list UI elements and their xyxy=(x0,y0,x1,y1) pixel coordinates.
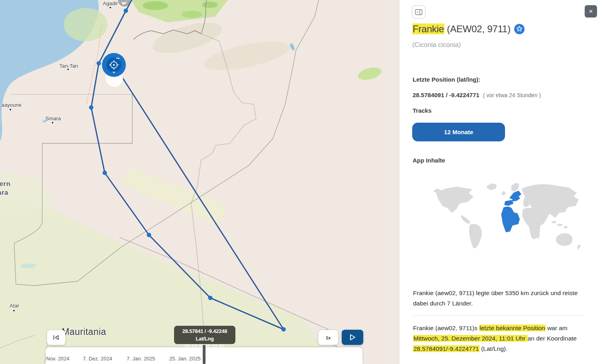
details-paragraph: Frankie (aew02, 9711)s letzte bekannte P… xyxy=(413,323,581,354)
city-dot-smara xyxy=(52,122,53,123)
tracks-12-months-button[interactable]: 12 Monate xyxy=(412,123,505,141)
panel-expand-icon xyxy=(415,9,423,16)
timeline-tick: 25. Jan. 2025 xyxy=(169,356,201,362)
animal-id: (AEW02, 9711) xyxy=(447,23,511,34)
panel-expand-button[interactable] xyxy=(412,5,425,19)
region-label-sahara: Sahara xyxy=(0,189,8,197)
place-label-smara: Smara xyxy=(45,115,61,121)
paragraph-divider xyxy=(412,315,585,316)
app-window: Agadir Tan-Tan Laayoune Smara Western Sa… xyxy=(0,0,603,364)
map-canvas[interactable]: Agadir Tan-Tan Laayoune Smara Western Sa… xyxy=(0,0,399,364)
skip-to-start-button[interactable] xyxy=(47,330,65,345)
place-label-laayoune: Laayoune xyxy=(0,102,22,108)
play-button[interactable] xyxy=(342,330,363,345)
tooltip-coordinates: 28.57841 / -9.42248 Lat/Lng xyxy=(174,327,235,342)
playback-speed-button[interactable]: 1x xyxy=(318,330,338,345)
city-dot-tan-tan xyxy=(67,68,69,70)
last-position-row: 28.5784091 / -9.4224771( vor etwa 24 Stu… xyxy=(413,92,541,98)
world-map-thumbnail xyxy=(429,180,584,258)
animal-title: Frankie (AEW02, 9711) xyxy=(412,23,525,35)
place-label-tan-tan: Tan-Tan xyxy=(59,63,78,69)
animal-name: Frankie xyxy=(412,23,444,34)
species-name: (Ciconia ciconia) xyxy=(412,41,461,49)
city-dot-atar xyxy=(13,310,15,311)
timeline-tick: 7. Jan. 2025 xyxy=(127,356,155,362)
place-label-atar: Atar xyxy=(10,303,19,309)
detail-panel: × Frankie (AEW02, 9711) (Ciconia ciconia… xyxy=(399,0,603,364)
visited-countries-highlight xyxy=(501,191,521,232)
position-tooltip: 28.57841 / -9.42248 Lat/Lng 25.12.2024, … xyxy=(174,326,235,344)
close-icon: × xyxy=(589,8,593,15)
place-label-agadir: Agadir xyxy=(103,0,118,6)
country-label-mauritania: Mauritania xyxy=(62,327,106,337)
current-position-marker xyxy=(102,53,126,87)
close-panel-button[interactable]: × xyxy=(585,5,597,18)
map-graphics xyxy=(0,0,399,364)
playback-speed-label: 1x xyxy=(326,335,331,340)
timeline-tick: Nov. 2024 xyxy=(46,356,69,362)
summary-paragraph: Frankie (aew02, 9711) legte über 5350 km… xyxy=(413,288,581,309)
timeline-scrubber[interactable] xyxy=(203,345,206,364)
last-position-value: 28.5784091 / -9.4224771 xyxy=(413,92,480,98)
city-dot-agadir xyxy=(110,7,111,8)
skip-to-start-icon xyxy=(53,334,60,341)
tracks-label: Tracks xyxy=(413,107,432,114)
last-position-label: Letzte Position (lat/lng): xyxy=(413,76,480,83)
favorite-star-icon[interactable] xyxy=(514,24,525,34)
region-label-western: Western xyxy=(0,180,10,188)
app-content-label: App Inhalte xyxy=(413,157,445,164)
play-icon xyxy=(349,334,356,341)
city-dot-laayoune xyxy=(10,109,11,110)
last-position-age: ( vor etwa 24 Stunden ) xyxy=(483,92,541,98)
timeline-tick: 7. Dez. 2024 xyxy=(83,356,112,362)
